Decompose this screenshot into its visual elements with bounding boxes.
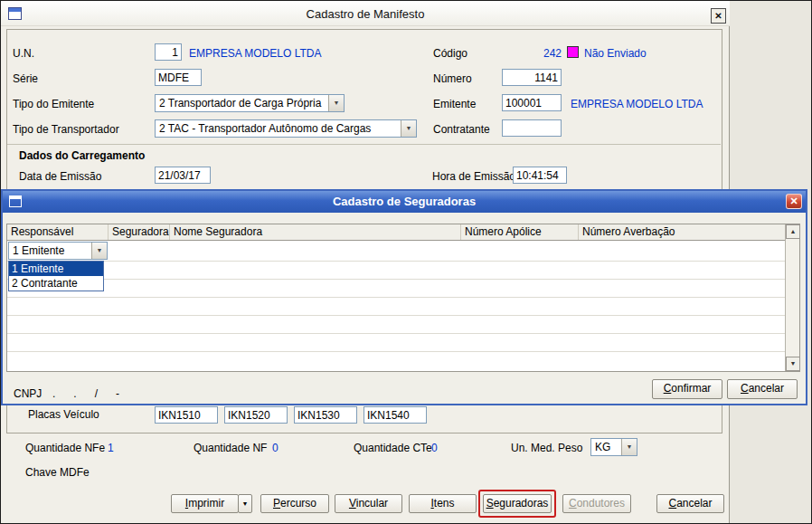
un-med-peso-value: KG xyxy=(595,441,618,453)
tipo-transportador-select[interactable]: 2 TAC - Transportador Autônomo de Cargas… xyxy=(155,119,417,138)
placa-input-2[interactable] xyxy=(224,406,288,424)
confirmar-button[interactable]: Confirmar xyxy=(652,379,722,399)
dropdown-arrow-icon[interactable]: ▼ xyxy=(621,439,637,455)
tipo-emitente-value: 2 Transportador de Carga Própria xyxy=(159,97,326,110)
un-label: U.N. xyxy=(13,47,34,60)
emitente-company-text: EMPRESA MODELO LTDA xyxy=(571,98,703,110)
dropdown-arrow-icon[interactable]: ▼ xyxy=(328,95,344,111)
column-header-numero-apolice: Número Apólice xyxy=(461,224,579,240)
cnpj-label: CNPJ xyxy=(14,387,42,400)
close-icon[interactable]: ✕ xyxy=(786,194,802,209)
un-med-peso-select[interactable]: KG ▼ xyxy=(590,438,637,456)
qtd-nf-value: 0 xyxy=(272,442,279,454)
vincular-button[interactable]: Vincular xyxy=(335,494,402,513)
column-header-seguradora: Seguradora xyxy=(109,224,170,240)
tipo-transportador-value: 2 TAC - Transportador Autônomo de Cargas xyxy=(159,122,398,135)
responsavel-combobox-value: 1 Emitente xyxy=(13,244,89,257)
serie-label: Série xyxy=(13,72,38,85)
tipo-emitente-select[interactable]: 2 Transportador de Carga Própria ▼ xyxy=(155,94,345,112)
data-emissao-label: Data de Emissão xyxy=(19,170,101,183)
carregamento-section-title: Dados do Carregamento xyxy=(19,149,145,162)
seguradoras-titlebar[interactable]: Cadastro de Seguradoras ✕ xyxy=(3,191,806,213)
contratante-label: Contratante xyxy=(433,123,490,136)
seguradoras-dialog-title: Cadastro de Seguradoras xyxy=(3,195,806,208)
table-body xyxy=(7,241,785,371)
column-header-nome-seguradora: Nome Seguradora xyxy=(170,224,461,240)
status-color-swatch xyxy=(567,46,579,58)
dropdown-arrow-icon[interactable]: ▼ xyxy=(401,120,416,137)
status-text: Não Enviado xyxy=(584,47,647,60)
itens-button[interactable]: Itens xyxy=(409,494,477,513)
placa-input-3[interactable] xyxy=(294,406,357,424)
table-row[interactable] xyxy=(7,315,785,316)
table-row[interactable] xyxy=(7,351,785,352)
numero-input[interactable] xyxy=(502,69,562,86)
tipo-transportador-label: Tipo de Transportador xyxy=(13,123,119,136)
close-icon[interactable]: ✕ xyxy=(711,8,726,24)
seguradoras-button[interactable]: Seguradoras xyxy=(483,494,552,513)
emitente-input[interactable] xyxy=(502,94,562,111)
cancelar-button[interactable]: Cancelar xyxy=(656,494,724,513)
column-header-numero-averbacao: Número Averbação xyxy=(579,224,785,240)
codigo-label: Código xyxy=(433,47,467,60)
percurso-button[interactable]: Percurso xyxy=(260,494,329,513)
codigo-value: 242 xyxy=(507,47,562,60)
qtd-nfe-label: Quantidade NFe xyxy=(25,442,105,454)
imprimir-dropdown-icon[interactable]: ▼ xyxy=(238,494,252,513)
un-input[interactable] xyxy=(155,43,182,61)
placa-input-1[interactable] xyxy=(155,406,218,424)
table-row[interactable] xyxy=(7,261,785,262)
placas-label: Placas Veículo xyxy=(28,408,99,421)
column-header-responsavel: Responsável xyxy=(7,224,109,240)
qtd-cte-value: 0 xyxy=(431,442,438,454)
hora-emissao-input[interactable] xyxy=(513,167,567,184)
table-scrollbar[interactable]: ▲ ▼ xyxy=(785,224,799,371)
data-emissao-input[interactable] xyxy=(155,167,211,184)
un-med-peso-label: Un. Med. Peso xyxy=(511,442,582,454)
un-company-text: EMPRESA MODELO LTDA xyxy=(189,47,321,60)
seguradoras-table: Responsável Seguradora Nome Seguradora N… xyxy=(6,224,800,372)
scroll-down-icon[interactable]: ▼ xyxy=(786,357,800,371)
cancelar-modal-button[interactable]: Cancelar xyxy=(727,379,798,399)
responsavel-combobox[interactable]: 1 Emitente ▼ xyxy=(8,242,108,260)
emitente-label: Emitente xyxy=(433,98,476,110)
table-row[interactable] xyxy=(7,333,785,334)
imprimir-button[interactable]: Imprimir xyxy=(171,494,239,513)
contratante-input[interactable] xyxy=(502,119,562,137)
table-header: Responsável Seguradora Nome Seguradora N… xyxy=(7,224,785,241)
scroll-up-icon[interactable]: ▲ xyxy=(786,224,800,239)
chave-mdfe-label: Chave MDFe xyxy=(25,466,90,479)
hora-emissao-label: Hora de Emissão xyxy=(432,170,515,183)
condutores-button: Condutores xyxy=(562,494,631,513)
responsavel-dropdown-list: 1 Emitente 2 Contratante xyxy=(8,261,104,291)
screenshot-canvas: Cadastro de Manifesto ✕ U.N. EMPRESA MOD… xyxy=(0,0,812,524)
manifest-titlebar[interactable]: Cadastro de Manifesto ✕ xyxy=(1,1,730,26)
table-row[interactable] xyxy=(7,279,785,280)
section-divider xyxy=(7,144,721,145)
dropdown-option-contratante[interactable]: 2 Contratante xyxy=(9,276,103,291)
cnpj-mask: . . / - xyxy=(52,387,119,400)
serie-input[interactable] xyxy=(155,69,202,86)
dropdown-option-emitente[interactable]: 1 Emitente xyxy=(9,262,103,276)
seguradoras-dialog: Cadastro de Seguradoras ✕ Responsável Se… xyxy=(3,191,806,404)
tipo-emitente-label: Tipo do Emitente xyxy=(13,98,94,110)
qtd-nfe-value: 1 xyxy=(108,442,114,454)
qtd-nf-label: Quantidade NF xyxy=(194,442,267,454)
qtd-cte-label: Quantidade CTe xyxy=(354,442,432,454)
table-row[interactable] xyxy=(7,297,785,298)
placa-input-4[interactable] xyxy=(364,406,427,424)
combo-arrow-icon[interactable]: ▼ xyxy=(91,243,107,259)
manifest-window-title: Cadastro de Manifesto xyxy=(1,7,730,21)
numero-label: Número xyxy=(433,72,472,85)
